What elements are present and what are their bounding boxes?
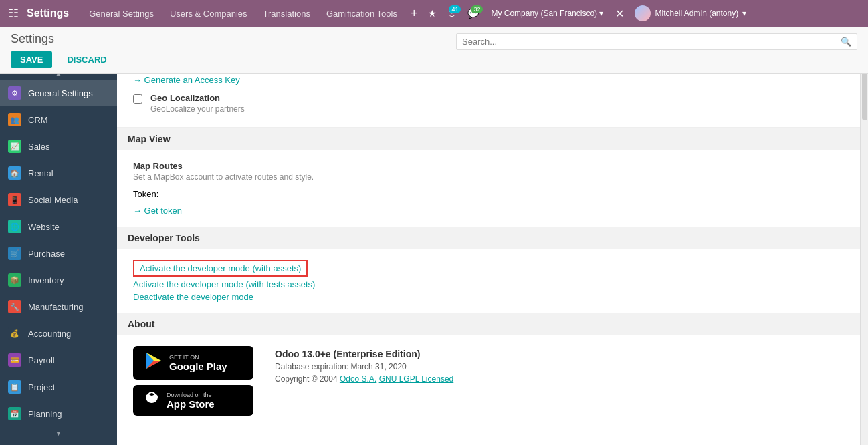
toolbar: SAVE DISCARD [11, 51, 857, 68]
app-title: Settings [27, 7, 69, 19]
sidebar-item-general-settings[interactable]: ⚙ General Settings [0, 80, 117, 106]
geo-localization-info: Geo Localization GeoLocalize your partne… [150, 93, 245, 114]
close-icon[interactable]: ✕ [611, 7, 628, 20]
sidebar-item-crm[interactable]: 👥 CRM [0, 106, 117, 133]
activate-dev-mode-tests-link[interactable]: Activate the developer mode (with tests … [133, 279, 844, 289]
nav-translations[interactable]: Translations [257, 9, 317, 19]
nav-users-companies[interactable]: Users & Companies [163, 9, 254, 19]
sidebar-item-payroll[interactable]: 💳 Payroll [0, 347, 117, 374]
top-navigation: ☷ Settings General Settings Users & Comp… [0, 0, 868, 27]
sidebar-item-project[interactable]: 📋 Project [0, 374, 117, 400]
company-selector[interactable]: My Company (San Francisco) ▾ [485, 9, 609, 18]
sidebar-label-payroll: Payroll [28, 355, 55, 365]
sidebar-label-project: Project [28, 382, 55, 392]
sidebar-label-planning: Planning [28, 409, 62, 419]
geo-localization-desc: GeoLocalize your partners [150, 104, 245, 114]
scrollbar-track[interactable] [860, 67, 868, 445]
save-button[interactable]: SAVE [11, 51, 52, 68]
geo-localization-checkbox[interactable] [133, 94, 142, 104]
search-icon[interactable]: 🔍 [835, 34, 857, 49]
add-icon[interactable]: + [407, 7, 422, 21]
scrollbar-thumb[interactable] [862, 67, 867, 120]
sidebar-item-website[interactable]: 🌐 Website [0, 213, 117, 240]
app-store-text: Download on the App Store [167, 392, 215, 410]
star-icon[interactable]: ★ [424, 8, 441, 19]
content-wrapper: → Generate an Access Key Geo Localizatio… [117, 67, 868, 445]
purchase-icon: 🛒 [8, 247, 21, 260]
sidebar-item-accounting[interactable]: 💰 Accounting [0, 320, 117, 347]
crm-icon: 👥 [8, 113, 21, 126]
page-title: Settings [11, 32, 54, 46]
social-media-icon: 📱 [8, 193, 21, 206]
nav-gamification[interactable]: Gamification Tools [320, 9, 404, 19]
sidebar-label-rental: Rental [28, 168, 53, 178]
user-menu[interactable]: Mitchell Admin (antony) ▾ [631, 5, 750, 21]
google-play-badge[interactable]: GET IT ON Google Play [133, 346, 253, 380]
deactivate-dev-mode-link[interactable]: Deactivate the developer mode [133, 292, 844, 302]
sidebar-item-inventory[interactable]: 📦 Inventory [0, 267, 117, 293]
sidebar-scroll-down[interactable]: ▼ [0, 427, 117, 440]
sidebar-item-purchase[interactable]: 🛒 Purchase [0, 240, 117, 267]
app-store-badge[interactable]: Download on the App Store [133, 385, 253, 416]
grid-icon[interactable]: ☷ [5, 3, 21, 23]
payroll-icon: 💳 [8, 353, 21, 367]
sidebar-item-social-media[interactable]: 📱 Social Media [0, 186, 117, 213]
inventory-icon: 📦 [8, 273, 21, 287]
sidebar-label-purchase: Purchase [28, 249, 65, 259]
geo-section: → Generate an Access Key Geo Localizatio… [117, 67, 860, 128]
sidebar-label-inventory: Inventory [28, 275, 64, 285]
sidebar-item-rental[interactable]: 🏠 Rental [0, 160, 117, 186]
copyright-line: Copyright © 2004 Odoo S.A. GNU LGPL Lice… [275, 374, 453, 384]
play-store-sub: GET IT ON [169, 354, 227, 361]
map-view-content: Map Routes Set a MapBox account to activ… [117, 150, 860, 227]
messages-icon[interactable]: 💬 32 [463, 8, 483, 19]
map-view-section-header: Map View [117, 128, 860, 150]
play-store-main: Google Play [169, 361, 227, 372]
activity-icon[interactable]: ⏲ 41 [443, 8, 461, 19]
play-store-text: GET IT ON Google Play [169, 354, 227, 372]
search-bar: 🔍 [456, 33, 857, 50]
developer-tools-section-header: Developer Tools [117, 227, 860, 249]
avatar [635, 5, 651, 21]
search-input[interactable] [457, 34, 835, 49]
activity-badge: 41 [449, 5, 461, 13]
accounting-icon: 💰 [8, 327, 21, 340]
gnu-link[interactable]: GNU LGPL Licensed [379, 374, 454, 384]
sub-header: Settings 🔍 SAVE DISCARD [0, 27, 868, 74]
sidebar-label-manufacturing: Manufacturing [28, 302, 83, 312]
generate-access-key-link[interactable]: → Generate an Access Key [133, 75, 240, 85]
sidebar-label-crm: CRM [28, 115, 48, 125]
rental-icon: 🏠 [8, 166, 21, 180]
activate-dev-mode-assets-link[interactable]: Activate the developer mode (with assets… [133, 260, 308, 277]
website-icon: 🌐 [8, 220, 21, 233]
about-content: GET IT ON Google Play Download on the [117, 335, 860, 426]
store-badges: GET IT ON Google Play Download on the [133, 346, 253, 416]
map-routes-label: Map Routes [133, 161, 844, 171]
token-input[interactable] [164, 187, 284, 200]
app-store-sub: Download on the [167, 392, 215, 398]
sidebar-item-sales[interactable]: 📈 Sales [0, 133, 117, 160]
odoo-sa-link[interactable]: Odoo S.A. [340, 374, 376, 384]
app-store-icon [144, 390, 160, 410]
sidebar-label-sales: Sales [28, 142, 50, 152]
main-layout: ▲ ⚙ General Settings 👥 CRM 📈 Sales 🏠 Ren… [0, 67, 868, 445]
sidebar-label-website: Website [28, 222, 60, 232]
general-settings-icon: ⚙ [8, 86, 21, 100]
get-token-link[interactable]: → Get token [133, 206, 182, 216]
geo-localization-label: Geo Localization [150, 93, 245, 103]
developer-tools-content: Activate the developer mode (with assets… [117, 249, 860, 313]
copyright-text: Copyright © 2004 [275, 374, 338, 384]
discard-button[interactable]: DISCARD [58, 51, 116, 68]
manufacturing-icon: 🔧 [8, 300, 21, 313]
sales-icon: 📈 [8, 140, 21, 153]
sidebar-item-planning[interactable]: 📅 Planning [0, 400, 117, 427]
sidebar-label-general-settings: General Settings [28, 88, 93, 98]
nav-general-settings[interactable]: General Settings [82, 9, 160, 19]
messages-badge: 32 [471, 5, 483, 13]
sidebar: ▲ ⚙ General Settings 👥 CRM 📈 Sales 🏠 Ren… [0, 67, 117, 445]
about-info: Odoo 13.0+e (Enterprise Edition) Databas… [275, 346, 453, 386]
db-expiration: Database expiration: March 31, 2020 [275, 362, 453, 372]
token-label: Token: [133, 189, 158, 199]
about-section-header: About [117, 313, 860, 335]
sidebar-item-manufacturing[interactable]: 🔧 Manufacturing [0, 293, 117, 320]
